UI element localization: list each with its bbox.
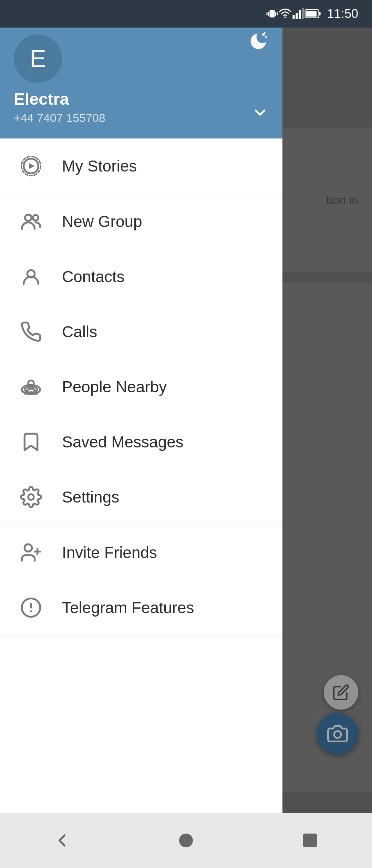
status-bar: 11:50	[0, 0, 372, 28]
menu-item-my-stories[interactable]: My Stories	[0, 138, 282, 194]
people-nearby-icon	[17, 373, 45, 401]
telegram-features-icon	[17, 594, 45, 621]
vibrate-icon	[266, 8, 278, 20]
svg-point-36	[179, 834, 193, 847]
svg-point-5	[285, 17, 286, 18]
saved-messages-icon	[17, 428, 45, 456]
nav-bar	[0, 813, 372, 868]
calls-icon	[17, 318, 45, 345]
battery-icon	[304, 8, 322, 20]
menu-item-telegram-features[interactable]: Telegram Features	[0, 580, 282, 635]
menu-section-other: Invite Friends Telegram Features	[0, 525, 282, 636]
dark-mode-icon[interactable]	[248, 31, 269, 52]
invite-friends-icon	[17, 539, 45, 566]
stories-icon	[17, 152, 45, 180]
svg-point-18	[264, 32, 266, 33]
nav-recents-button[interactable]	[293, 823, 327, 858]
menu-label-invite-friends: Invite Friends	[62, 543, 157, 562]
user-name: Electra	[14, 90, 269, 108]
svg-marker-20	[29, 163, 35, 169]
menu-item-contacts[interactable]: Contacts	[0, 249, 282, 304]
drawer-header-icons	[248, 31, 269, 52]
menu-item-new-group[interactable]: New Group	[0, 194, 282, 249]
menu-item-calls[interactable]: Calls	[0, 304, 282, 359]
user-phone: +44 7407 155708	[14, 111, 269, 125]
menu-label-saved-messages: Saved Messages	[62, 433, 184, 451]
svg-rect-0	[269, 10, 275, 18]
drawer: E Electra +44 7407 155708 My Stories	[0, 0, 282, 868]
menu-label-settings: Settings	[62, 488, 119, 506]
menu-item-invite-friends[interactable]: Invite Friends	[0, 525, 282, 580]
contacts-icon	[17, 263, 45, 290]
drawer-menu: My Stories New Group	[0, 138, 282, 868]
signal-icon	[292, 8, 304, 20]
chevron-down-icon[interactable]	[251, 104, 269, 125]
svg-rect-2	[275, 12, 276, 16]
menu-label-people-nearby: People Nearby	[62, 378, 167, 396]
svg-rect-4	[277, 12, 278, 16]
settings-icon	[17, 483, 45, 511]
svg-rect-12	[306, 11, 317, 17]
menu-item-saved-messages[interactable]: Saved Messages	[0, 414, 282, 469]
svg-rect-11	[319, 12, 321, 16]
menu-section-stories: My Stories	[0, 138, 282, 194]
svg-point-30	[24, 544, 32, 551]
nav-home-button[interactable]	[169, 823, 203, 858]
svg-rect-6	[292, 15, 294, 19]
nav-back-button[interactable]	[45, 823, 79, 858]
svg-rect-7	[296, 13, 298, 19]
new-group-icon	[17, 208, 45, 235]
menu-label-contacts: Contacts	[62, 267, 125, 286]
svg-rect-37	[303, 834, 317, 847]
svg-point-29	[28, 494, 34, 500]
menu-label-calls: Calls	[62, 322, 97, 341]
menu-item-people-nearby[interactable]: People Nearby	[0, 359, 282, 414]
svg-rect-8	[299, 10, 301, 19]
user-avatar[interactable]: E	[14, 34, 62, 83]
svg-point-23	[33, 215, 38, 220]
svg-point-16	[262, 33, 265, 36]
menu-label-new-group: New Group	[62, 212, 142, 231]
wifi-icon	[278, 8, 292, 20]
svg-rect-9	[302, 8, 304, 19]
svg-rect-1	[268, 12, 269, 16]
svg-point-17	[265, 36, 267, 38]
menu-label-my-stories: My Stories	[62, 157, 137, 175]
svg-rect-3	[266, 12, 267, 16]
menu-label-telegram-features: Telegram Features	[62, 598, 194, 617]
menu-section-main: New Group Contacts Calls	[0, 194, 282, 525]
status-time: 11:50	[327, 7, 358, 21]
menu-item-settings[interactable]: Settings	[0, 469, 282, 525]
svg-point-22	[25, 215, 32, 221]
